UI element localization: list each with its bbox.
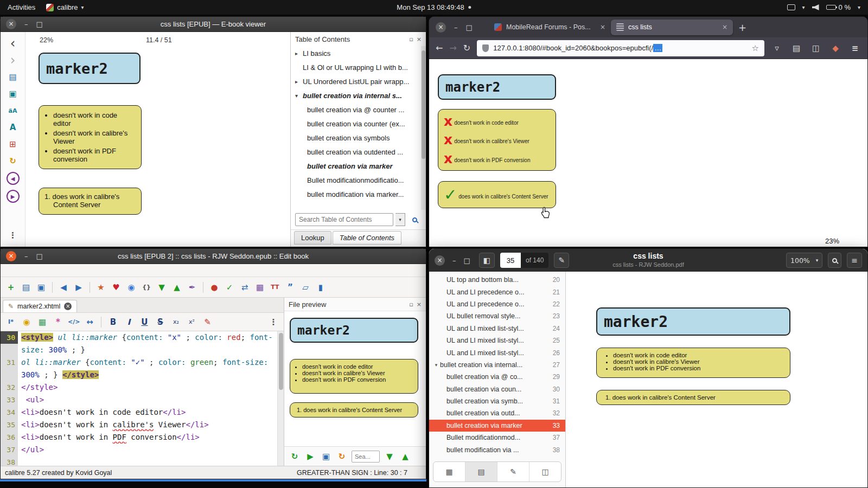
system-tray[interactable]: ▾ 0 % ▾ <box>434 3 868 11</box>
underline-icon[interactable]: U <box>138 316 150 328</box>
refresh-preview-icon[interactable]: ↻ <box>289 451 301 463</box>
toc-expand-icon[interactable]: ▸ <box>295 79 303 85</box>
code-line[interactable]: size: 300% ; } <box>1 344 284 356</box>
theme-icon[interactable]: ↻ <box>7 155 19 167</box>
toc-item[interactable]: ▸ UL Unordered ListUL pair wrapp... <box>291 74 426 88</box>
arrow-up-icon[interactable]: ▲ <box>171 281 183 293</box>
scrollbar-thumb[interactable] <box>279 333 283 390</box>
sidebar-toggle-button[interactable]: ◧ <box>479 253 495 268</box>
search-icon[interactable] <box>407 217 422 222</box>
donate-icon[interactable]: ♥ <box>110 281 122 293</box>
pdf-page[interactable]: marker2 doesn't work in code editordoesn… <box>566 272 867 487</box>
outline-item[interactable]: UL and LI mixed list-styl... 25 <box>429 335 565 346</box>
arrow-down-icon[interactable]: ▼ <box>156 281 168 293</box>
star-icon[interactable]: ★ <box>95 281 107 293</box>
thumbnails-button[interactable]: ▦ <box>433 462 465 481</box>
forward-icon[interactable]: ▶ <box>73 281 85 293</box>
outline-item[interactable]: bullet creation via @ co... 29 <box>429 371 565 383</box>
maximize-icon[interactable]: □ <box>36 20 43 28</box>
quill-icon[interactable]: ✒ <box>186 281 198 293</box>
search-history-dropdown[interactable]: ▾ <box>395 213 405 226</box>
menu-item[interactable] <box>43 269 52 272</box>
subscript-icon[interactable]: x₂ <box>170 316 182 328</box>
code-line[interactable]: 34<li>doesn't work in code editor</li> <box>1 406 284 419</box>
outline-item[interactable]: bullet creation via coun... 30 <box>429 383 565 395</box>
quote-icon[interactable]: ” <box>284 281 296 293</box>
overflow-icon[interactable]: ⋮ <box>267 316 279 328</box>
code-line[interactable]: 37</ul> <box>1 444 284 456</box>
code-line[interactable]: 31ol li::marker {content: "✓" ; color: g… <box>1 356 284 369</box>
outline-button[interactable]: ▤ <box>465 462 497 481</box>
toc-expand-icon[interactable]: ▸ <box>295 50 303 56</box>
font-size-icon[interactable]: äA <box>7 105 19 117</box>
code-tag-icon[interactable]: </> <box>68 316 80 328</box>
tab-close-icon[interactable]: × <box>722 23 727 31</box>
toc-item[interactable]: bullet creation via marker <box>291 159 426 173</box>
chart-icon[interactable]: ▮ <box>315 281 327 293</box>
shield-icon[interactable] <box>482 44 489 52</box>
preview-search-input[interactable] <box>352 451 380 463</box>
layout-icon[interactable]: ⊞ <box>7 138 19 150</box>
maximize-icon[interactable]: □ <box>464 256 470 265</box>
next-section-icon[interactable]: ▶ <box>7 190 20 203</box>
viewer-reading-area[interactable]: 22% 11.4 / 51 marker2 doesn't work in co… <box>25 32 290 247</box>
code-line[interactable]: 36<li>doesn't work in PDF conversion</li… <box>1 431 284 444</box>
braces-icon[interactable]: {} <box>141 281 152 293</box>
scrollbar-thumb[interactable] <box>422 50 425 159</box>
tab-close-icon[interactable]: × <box>600 23 605 31</box>
toc-item[interactable]: bullet creation via outdented ... <box>291 145 426 159</box>
maximize-icon[interactable]: □ <box>466 23 473 31</box>
close-icon[interactable]: × <box>6 251 16 261</box>
toc-item[interactable]: bullet creation via counter (ex... <box>291 117 426 131</box>
close-panel-icon[interactable]: × <box>417 36 422 43</box>
outline-item[interactable]: UL and LI precedence o... 22 <box>429 298 565 310</box>
browser-content[interactable]: marker2 x doesn't work in code editor x … <box>429 59 867 247</box>
outline-expand-icon[interactable]: ▾ <box>432 362 440 368</box>
save-icon[interactable]: ▣ <box>320 451 332 463</box>
url-bar[interactable]: 127.0.0.1:8080/#book_id=2060&bookpos=epu… <box>477 40 764 56</box>
annotate-button[interactable]: ✎ <box>554 253 569 268</box>
toc-item[interactable]: LI & Ol or UL wrapping LI with b... <box>291 60 426 74</box>
code-line[interactable]: 30<style> ul li::marker {content: "x" ; … <box>1 331 284 344</box>
viewer-titlebar[interactable]: × – □ css lists [EPUB] — E-book viewer <box>1 17 426 32</box>
minimize-icon[interactable]: – <box>454 23 458 31</box>
font-family-icon[interactable]: A <box>7 121 19 133</box>
reload-icon[interactable]: ↻ <box>336 451 348 463</box>
code-line[interactable]: 35<li>doesn't work in calibre's Viewer</… <box>1 419 284 431</box>
open-book-icon[interactable]: ▤ <box>20 281 32 293</box>
forward-icon[interactable]: › <box>7 54 19 66</box>
close-icon[interactable]: × <box>6 19 16 29</box>
save-icon[interactable]: ▣ <box>35 281 47 293</box>
find-prev-icon[interactable]: ▲ <box>399 451 411 463</box>
outline-item[interactable]: UL and LI mixed list-styl... 26 <box>429 346 565 358</box>
outline-item[interactable]: UL bullet removal style... 23 <box>429 310 565 322</box>
strike-icon[interactable]: S <box>154 316 166 328</box>
preview-content[interactable]: marker2 doesn't work in code editordoesn… <box>284 311 426 446</box>
outline-item[interactable]: UL top and bottom bla... 20 <box>429 274 565 286</box>
run-icon[interactable]: ▶ <box>304 451 316 463</box>
menu-button[interactable]: ≡ <box>847 253 862 268</box>
file-tab[interactable]: ✎ marker2.xhtml × <box>3 300 77 312</box>
close-panel-icon[interactable]: × <box>417 301 422 308</box>
tab-close-icon[interactable]: × <box>64 303 72 310</box>
extension-icon[interactable]: ◆ <box>829 42 841 54</box>
outline-item[interactable]: Bullet modificationmod... 37 <box>429 432 565 444</box>
sync-icon[interactable]: ◉ <box>125 281 137 293</box>
minimize-icon[interactable]: – <box>452 256 456 265</box>
tab-lookup[interactable]: Lookup <box>294 231 331 245</box>
zoom-control[interactable]: 100%▾ <box>786 253 822 268</box>
float-panel-icon[interactable]: ▫ <box>409 301 413 308</box>
image-icon[interactable]: ▦ <box>254 281 266 293</box>
library-icon[interactable]: ▤ <box>7 71 19 83</box>
menu-item[interactable] <box>53 269 61 272</box>
find-next-icon[interactable]: ▼ <box>384 451 395 463</box>
code-line[interactable]: 38 <box>1 456 284 466</box>
back-icon[interactable]: ‹ <box>7 37 19 49</box>
toc-item[interactable]: ▾ bullet creation via internal s... <box>291 88 426 102</box>
minimize-icon[interactable]: – <box>24 252 28 260</box>
code-editor[interactable]: 30<style> ul li::marker {content: "x" ; … <box>1 331 284 466</box>
bold-icon[interactable]: B <box>107 316 119 328</box>
back-icon[interactable]: ← <box>436 43 443 53</box>
close-icon[interactable]: × <box>436 22 446 33</box>
toc-item[interactable]: bullet modification via marker... <box>291 187 426 201</box>
